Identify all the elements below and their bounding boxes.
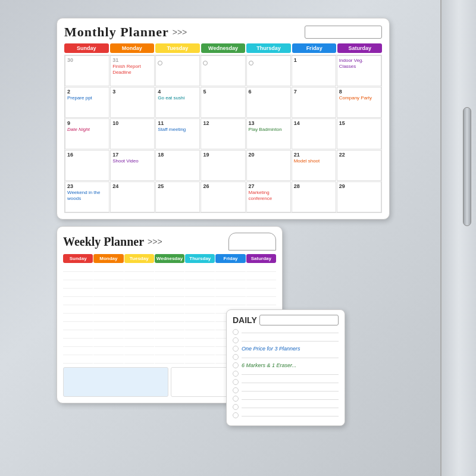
cal-event: Weekend in the woods xyxy=(67,190,107,201)
cal-cell-w1c1: 3 xyxy=(110,87,155,118)
cal-date: 30 xyxy=(67,57,107,63)
cal-date: 28 xyxy=(294,183,334,189)
daily-item-text xyxy=(242,398,339,400)
daily-item-8 xyxy=(233,396,339,402)
daily-circle xyxy=(233,346,239,352)
cal-dot xyxy=(249,61,253,65)
weekly-line xyxy=(93,331,123,339)
weekly-line xyxy=(215,298,245,305)
cal-cell-w1c0: 2Prepare ppt xyxy=(65,87,109,118)
weekly-line xyxy=(246,273,276,280)
cal-cell-w0c6: Indoor Veg. Classes xyxy=(337,55,381,86)
weekly-line xyxy=(63,340,93,347)
weekly-line xyxy=(93,356,123,364)
weekly-line xyxy=(155,306,184,314)
fridge-right-panel xyxy=(440,0,476,476)
weekly-line xyxy=(246,281,276,289)
weekly-line xyxy=(124,323,154,330)
month-input[interactable] xyxy=(305,26,382,39)
cal-cell-w3c1: 17Shoot Video xyxy=(110,150,155,181)
weekly-line xyxy=(155,340,184,347)
weekly-line xyxy=(185,323,215,330)
daily-item-3 xyxy=(233,354,339,360)
weekly-line xyxy=(93,281,123,289)
daily-item-text xyxy=(242,356,339,358)
cal-event: Go eat sushi xyxy=(158,95,198,101)
cal-date: 21 xyxy=(294,152,334,158)
weekly-line xyxy=(185,273,215,280)
weekly-line xyxy=(155,315,184,322)
cal-event: Marketing conference xyxy=(249,190,289,201)
cal-cell-w1c4: 6 xyxy=(246,87,291,118)
weekly-col-tuesday: Tuesday xyxy=(124,254,154,364)
cal-cell-w4c1: 24 xyxy=(110,181,155,212)
weekly-line xyxy=(215,265,245,272)
weekly-line xyxy=(124,340,154,347)
weekly-line xyxy=(63,290,93,297)
daily-item-9 xyxy=(233,404,339,410)
weekly-line xyxy=(124,265,154,272)
cal-date: 18 xyxy=(158,152,198,158)
monthly-day-header-saturday: Saturday xyxy=(337,43,382,53)
weekly-line xyxy=(155,298,184,305)
week-range-input[interactable] xyxy=(228,233,276,250)
weekly-line xyxy=(93,306,123,314)
cal-date: 20 xyxy=(249,152,289,158)
weekly-day-header-thursday: Thursday xyxy=(185,254,215,263)
daily-circle xyxy=(233,387,239,393)
cal-date: 19 xyxy=(203,152,243,158)
weekly-line xyxy=(93,348,123,355)
monthly-day-header-friday: Friday xyxy=(292,43,337,53)
weekly-day-header-friday: Friday xyxy=(215,254,245,263)
cal-cell-w3c6: 22 xyxy=(337,150,381,181)
weekly-line xyxy=(185,331,215,339)
daily-item-text xyxy=(242,373,339,375)
cal-date: 15 xyxy=(339,120,379,126)
daily-item-text: One Price for 3 Planners xyxy=(242,346,300,352)
cal-event: Company Party xyxy=(339,95,379,101)
weekly-line xyxy=(63,281,93,289)
weekly-line xyxy=(124,331,154,339)
daily-item-text xyxy=(242,390,339,392)
cal-date: 5 xyxy=(203,89,243,95)
weekly-line xyxy=(185,356,215,364)
daily-item-4: 6 Markers & 1 Eraser... xyxy=(233,362,339,368)
daily-circle xyxy=(233,354,239,360)
cal-date: 12 xyxy=(203,120,243,126)
daily-circle xyxy=(233,412,239,418)
cal-date: 6 xyxy=(249,89,289,95)
weekly-line xyxy=(63,298,93,305)
weekly-day-header-wednesday: Wednesday xyxy=(155,254,184,263)
weekly-col-wednesday: Wednesday xyxy=(155,254,184,364)
cal-cell-w1c6: 8Company Party xyxy=(337,87,381,118)
weekly-title: Weekly Planner xyxy=(63,235,144,249)
monthly-day-header-thursday: Thursday xyxy=(246,43,291,53)
cal-cell-w3c4: 20 xyxy=(246,150,291,181)
monthly-day-header-sunday: Sunday xyxy=(64,43,109,53)
weekly-line xyxy=(246,298,276,305)
weekly-line xyxy=(155,265,184,272)
weekly-line xyxy=(124,306,154,314)
daily-header: DAILY xyxy=(233,315,339,325)
weekly-line xyxy=(124,281,154,289)
cal-date: 1 xyxy=(294,57,334,63)
weekly-line xyxy=(124,356,154,364)
weekly-col-thursday: Thursday xyxy=(185,254,215,364)
cal-cell-w0c4 xyxy=(246,55,291,86)
cal-dot xyxy=(158,61,162,65)
cal-cell-w4c4: 27Marketing conference xyxy=(246,181,291,212)
cal-date: 7 xyxy=(294,89,334,95)
weekly-line xyxy=(63,265,93,272)
weekly-line xyxy=(93,290,123,297)
cal-cell-w4c3: 26 xyxy=(201,181,245,212)
daily-title-input[interactable] xyxy=(259,315,339,325)
daily-circle xyxy=(233,371,239,377)
daily-item-2: One Price for 3 Planners xyxy=(233,346,339,352)
cal-date: 24 xyxy=(112,183,152,189)
cal-cell-w0c5: 1 xyxy=(292,55,336,86)
cal-cell-w3c5: 21Model shoot xyxy=(292,150,336,181)
weekly-line xyxy=(185,315,215,322)
weekly-day-header-sunday: Sunday xyxy=(63,254,93,263)
cal-cell-w2c4: 13Play Badminton xyxy=(246,118,291,149)
daily-item-text xyxy=(242,406,339,408)
